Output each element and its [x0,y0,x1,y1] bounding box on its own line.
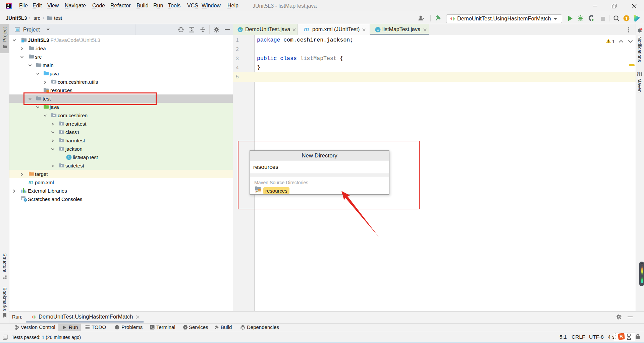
svg-text:C: C [377,28,379,31]
svg-text:C: C [68,155,70,159]
